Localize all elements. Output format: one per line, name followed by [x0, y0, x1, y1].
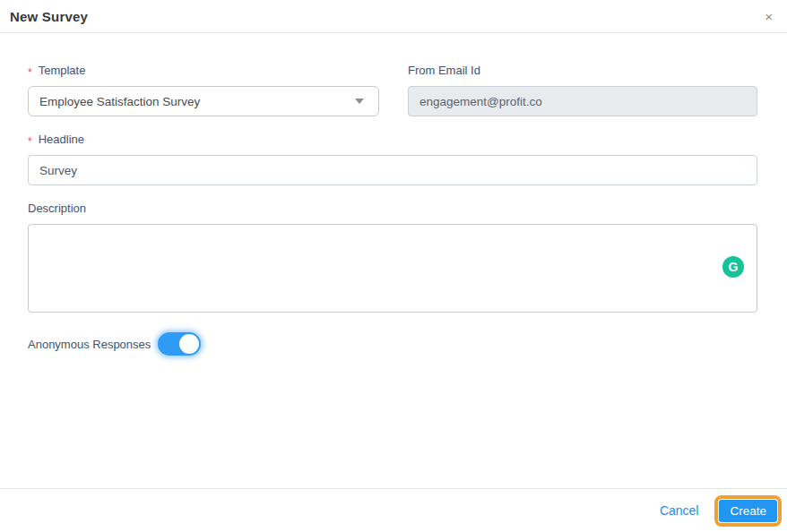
template-selected-value: Employee Satisfaction Survey	[39, 95, 200, 108]
template-label: * Template	[28, 64, 379, 77]
grammarly-icon[interactable]: G	[722, 256, 744, 278]
anonymous-responses-label-text: Anonymous Responses	[28, 338, 151, 351]
create-button[interactable]: Create	[719, 500, 777, 522]
anonymous-responses-toggle[interactable]	[158, 332, 201, 356]
anonymous-responses-row: Anonymous Responses	[28, 332, 757, 356]
dialog-title: New Survey	[10, 9, 88, 24]
new-survey-dialog: New Survey × * Template Employee Satisfa…	[0, 0, 787, 532]
template-label-text: Template	[39, 64, 86, 77]
close-icon[interactable]: ×	[761, 8, 776, 25]
template-select[interactable]: Employee Satisfaction Survey	[28, 86, 379, 116]
dialog-body: * Template Employee Satisfaction Survey …	[0, 33, 787, 488]
cancel-button[interactable]: Cancel	[660, 503, 699, 518]
toggle-knob	[179, 334, 199, 354]
headline-input[interactable]	[28, 155, 757, 185]
required-asterisk: *	[28, 136, 32, 147]
description-textarea[interactable]	[28, 224, 757, 313]
required-asterisk: *	[28, 67, 32, 78]
chevron-down-icon	[355, 99, 364, 104]
anonymous-responses-label: Anonymous Responses	[28, 338, 151, 351]
description-label-text: Description	[28, 202, 86, 215]
description-field-group: Description G	[28, 202, 757, 316]
from-email-label: From Email Id	[408, 64, 757, 77]
description-textarea-wrap: G	[28, 224, 757, 316]
from-email-label-text: From Email Id	[408, 64, 480, 77]
headline-field-group: * Headline	[28, 133, 757, 185]
dialog-footer: Cancel Create	[0, 488, 787, 532]
template-email-row: * Template Employee Satisfaction Survey …	[28, 64, 757, 116]
description-label: Description	[28, 202, 757, 215]
headline-label: * Headline	[28, 133, 757, 146]
grammarly-letter: G	[729, 260, 739, 274]
from-email-field-group: From Email Id	[408, 64, 757, 116]
from-email-input	[408, 86, 757, 116]
template-field-group: * Template Employee Satisfaction Survey	[28, 64, 379, 116]
headline-label-text: Headline	[39, 133, 84, 146]
dialog-header: New Survey ×	[0, 0, 787, 33]
